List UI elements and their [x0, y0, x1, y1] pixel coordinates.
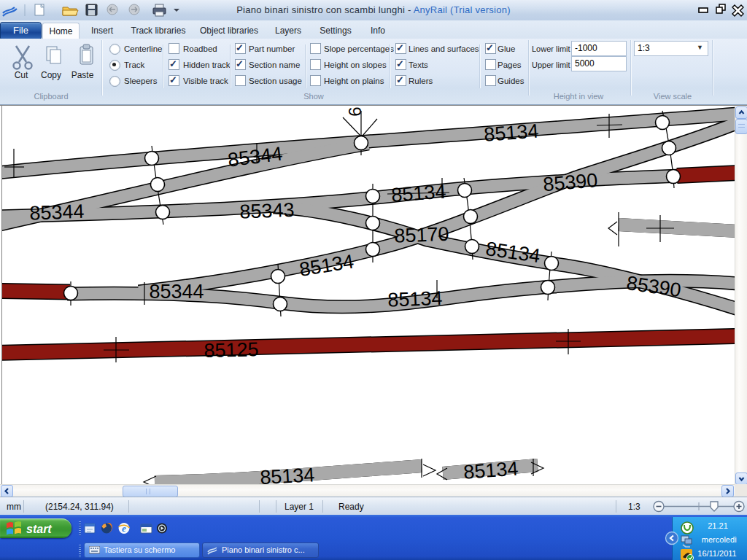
svg-text:e: e [122, 523, 126, 534]
svg-text:85125: 85125 [204, 338, 259, 362]
svg-text:85134: 85134 [462, 458, 519, 483]
svg-text:85344: 85344 [149, 281, 204, 303]
svg-text:85134: 85134 [390, 181, 446, 206]
svg-text:85134: 85134 [483, 120, 539, 146]
svg-text:6: 6 [345, 106, 365, 116]
svg-text:85134: 85134 [298, 250, 355, 280]
svg-text:85344: 85344 [29, 201, 85, 225]
svg-text:85343: 85343 [239, 199, 295, 223]
svg-text:85134: 85134 [484, 238, 542, 267]
svg-text:85170: 85170 [394, 223, 449, 247]
svg-text:start: start [26, 523, 52, 535]
svg-text:85134: 85134 [260, 464, 316, 484]
svg-text:85390: 85390 [542, 169, 598, 195]
svg-text:85134: 85134 [387, 287, 443, 311]
